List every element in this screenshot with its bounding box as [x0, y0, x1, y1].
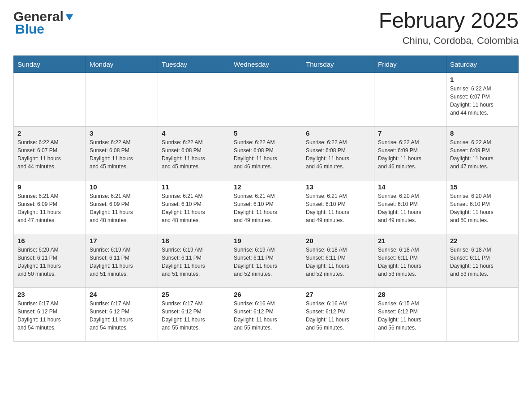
table-row: 13Sunrise: 6:21 AM Sunset: 6:10 PM Dayli…	[302, 180, 374, 234]
day-number: 13	[306, 183, 370, 191]
day-number: 8	[450, 129, 515, 137]
table-row: 25Sunrise: 6:17 AM Sunset: 6:12 PM Dayli…	[158, 287, 230, 341]
day-info: Sunrise: 6:20 AM Sunset: 6:10 PM Dayligh…	[450, 192, 515, 224]
table-row: 9Sunrise: 6:21 AM Sunset: 6:09 PM Daylig…	[14, 180, 86, 234]
table-row: 20Sunrise: 6:18 AM Sunset: 6:11 PM Dayli…	[302, 234, 374, 287]
table-row	[158, 73, 230, 126]
svg-marker-0	[66, 14, 73, 21]
day-info: Sunrise: 6:18 AM Sunset: 6:11 PM Dayligh…	[306, 246, 370, 278]
day-info: Sunrise: 6:21 AM Sunset: 6:09 PM Dayligh…	[17, 192, 82, 224]
header-sunday: Sunday	[14, 56, 86, 73]
day-number: 21	[378, 237, 442, 244]
day-info: Sunrise: 6:15 AM Sunset: 6:12 PM Dayligh…	[378, 300, 442, 332]
table-row: 10Sunrise: 6:21 AM Sunset: 6:09 PM Dayli…	[86, 180, 158, 234]
logo-blue-text: Blue	[13, 22, 44, 36]
day-number: 9	[17, 183, 82, 191]
table-row: 28Sunrise: 6:15 AM Sunset: 6:12 PM Dayli…	[374, 287, 446, 341]
logo: General Blue	[13, 9, 74, 36]
table-row	[230, 73, 302, 126]
table-row: 11Sunrise: 6:21 AM Sunset: 6:10 PM Dayli…	[158, 180, 230, 234]
day-number: 17	[90, 237, 154, 244]
day-number: 4	[162, 129, 226, 137]
table-row	[86, 73, 158, 126]
table-row: 27Sunrise: 6:16 AM Sunset: 6:12 PM Dayli…	[302, 287, 374, 341]
logo-triangle-icon	[64, 12, 74, 22]
table-row: 22Sunrise: 6:18 AM Sunset: 6:11 PM Dayli…	[446, 234, 519, 287]
table-row: 19Sunrise: 6:19 AM Sunset: 6:11 PM Dayli…	[230, 234, 302, 287]
table-row: 12Sunrise: 6:21 AM Sunset: 6:10 PM Dayli…	[230, 180, 302, 234]
day-info: Sunrise: 6:22 AM Sunset: 6:08 PM Dayligh…	[234, 138, 298, 171]
day-number: 28	[378, 291, 442, 298]
table-row: 8Sunrise: 6:22 AM Sunset: 6:09 PM Daylig…	[446, 126, 519, 180]
day-info: Sunrise: 6:22 AM Sunset: 6:08 PM Dayligh…	[162, 138, 226, 171]
day-info: Sunrise: 6:22 AM Sunset: 6:09 PM Dayligh…	[450, 138, 515, 171]
day-info: Sunrise: 6:22 AM Sunset: 6:09 PM Dayligh…	[378, 138, 442, 171]
table-row: 18Sunrise: 6:19 AM Sunset: 6:11 PM Dayli…	[158, 234, 230, 287]
day-info: Sunrise: 6:17 AM Sunset: 6:12 PM Dayligh…	[17, 300, 82, 332]
day-number: 2	[17, 129, 82, 137]
day-number: 7	[378, 129, 442, 137]
table-row	[14, 73, 86, 126]
day-number: 14	[378, 183, 442, 191]
location-title: Chinu, Cordoba, Colombia	[379, 35, 519, 47]
table-row: 6Sunrise: 6:22 AM Sunset: 6:08 PM Daylig…	[302, 126, 374, 180]
day-info: Sunrise: 6:21 AM Sunset: 6:10 PM Dayligh…	[234, 192, 298, 224]
day-number: 26	[234, 291, 298, 298]
table-row	[374, 73, 446, 126]
title-section: February 2025 Chinu, Cordoba, Colombia	[379, 9, 519, 47]
day-number: 16	[17, 237, 82, 244]
calendar-table: Sunday Monday Tuesday Wednesday Thursday…	[13, 56, 519, 342]
table-row: 23Sunrise: 6:17 AM Sunset: 6:12 PM Dayli…	[14, 287, 86, 341]
day-number: 23	[17, 291, 82, 298]
day-info: Sunrise: 6:21 AM Sunset: 6:10 PM Dayligh…	[162, 192, 226, 224]
table-row: 21Sunrise: 6:18 AM Sunset: 6:11 PM Dayli…	[374, 234, 446, 287]
calendar-week-row: 16Sunrise: 6:20 AM Sunset: 6:11 PM Dayli…	[14, 234, 519, 287]
day-number: 12	[234, 183, 298, 191]
day-info: Sunrise: 6:18 AM Sunset: 6:11 PM Dayligh…	[378, 246, 442, 278]
day-number: 5	[234, 129, 298, 137]
day-info: Sunrise: 6:19 AM Sunset: 6:11 PM Dayligh…	[234, 246, 298, 278]
day-number: 3	[90, 129, 154, 137]
day-number: 10	[90, 183, 154, 191]
day-number: 20	[306, 237, 370, 244]
table-row: 2Sunrise: 6:22 AM Sunset: 6:07 PM Daylig…	[14, 126, 86, 180]
day-number: 22	[450, 237, 515, 244]
calendar-header-row: Sunday Monday Tuesday Wednesday Thursday…	[14, 56, 519, 73]
day-number: 18	[162, 237, 226, 244]
table-row: 17Sunrise: 6:19 AM Sunset: 6:11 PM Dayli…	[86, 234, 158, 287]
day-info: Sunrise: 6:22 AM Sunset: 6:07 PM Dayligh…	[450, 85, 515, 117]
header-friday: Friday	[374, 56, 446, 73]
day-info: Sunrise: 6:19 AM Sunset: 6:11 PM Dayligh…	[162, 246, 226, 278]
day-info: Sunrise: 6:20 AM Sunset: 6:11 PM Dayligh…	[17, 246, 82, 278]
table-row: 1Sunrise: 6:22 AM Sunset: 6:07 PM Daylig…	[446, 73, 519, 126]
header-tuesday: Tuesday	[158, 56, 230, 73]
day-info: Sunrise: 6:19 AM Sunset: 6:11 PM Dayligh…	[90, 246, 154, 278]
day-number: 11	[162, 183, 226, 191]
day-number: 6	[306, 129, 370, 137]
calendar-week-row: 23Sunrise: 6:17 AM Sunset: 6:12 PM Dayli…	[14, 287, 519, 341]
day-number: 25	[162, 291, 226, 298]
day-info: Sunrise: 6:16 AM Sunset: 6:12 PM Dayligh…	[306, 300, 370, 332]
table-row: 16Sunrise: 6:20 AM Sunset: 6:11 PM Dayli…	[14, 234, 86, 287]
calendar-week-row: 2Sunrise: 6:22 AM Sunset: 6:07 PM Daylig…	[14, 126, 519, 180]
table-row: 4Sunrise: 6:22 AM Sunset: 6:08 PM Daylig…	[158, 126, 230, 180]
table-row: 5Sunrise: 6:22 AM Sunset: 6:08 PM Daylig…	[230, 126, 302, 180]
header-wednesday: Wednesday	[230, 56, 302, 73]
calendar-week-row: 1Sunrise: 6:22 AM Sunset: 6:07 PM Daylig…	[14, 73, 519, 126]
day-info: Sunrise: 6:20 AM Sunset: 6:10 PM Dayligh…	[378, 192, 442, 224]
table-row: 24Sunrise: 6:17 AM Sunset: 6:12 PM Dayli…	[86, 287, 158, 341]
table-row	[302, 73, 374, 126]
table-row: 7Sunrise: 6:22 AM Sunset: 6:09 PM Daylig…	[374, 126, 446, 180]
table-row: 26Sunrise: 6:16 AM Sunset: 6:12 PM Dayli…	[230, 287, 302, 341]
table-row: 15Sunrise: 6:20 AM Sunset: 6:10 PM Dayli…	[446, 180, 519, 234]
day-info: Sunrise: 6:22 AM Sunset: 6:08 PM Dayligh…	[306, 138, 370, 171]
day-info: Sunrise: 6:16 AM Sunset: 6:12 PM Dayligh…	[234, 300, 298, 332]
day-number: 19	[234, 237, 298, 244]
day-info: Sunrise: 6:22 AM Sunset: 6:07 PM Dayligh…	[17, 138, 82, 171]
day-info: Sunrise: 6:21 AM Sunset: 6:09 PM Dayligh…	[90, 192, 154, 224]
day-info: Sunrise: 6:21 AM Sunset: 6:10 PM Dayligh…	[306, 192, 370, 224]
day-number: 24	[90, 291, 154, 298]
header-thursday: Thursday	[302, 56, 374, 73]
month-title: February 2025	[379, 9, 519, 33]
day-info: Sunrise: 6:18 AM Sunset: 6:11 PM Dayligh…	[450, 246, 515, 278]
